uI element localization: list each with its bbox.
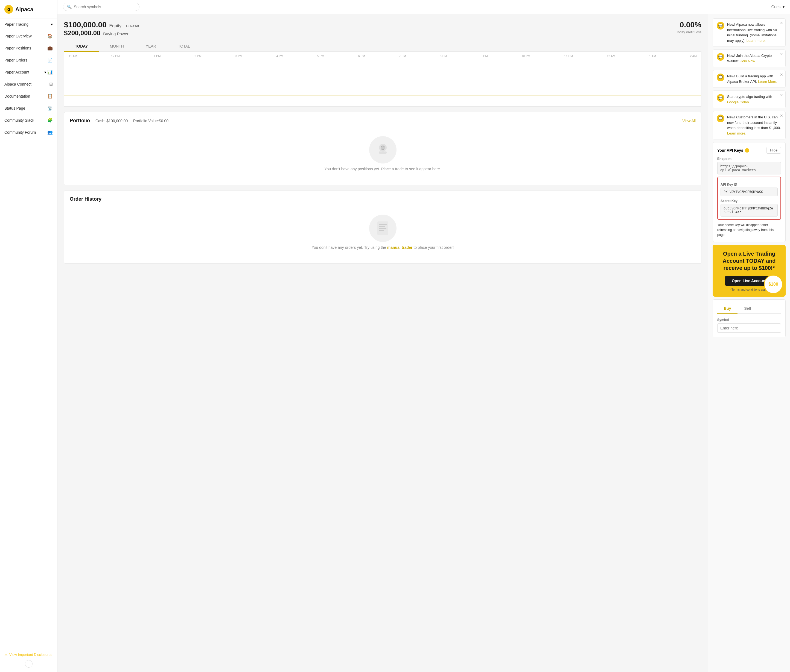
notification-5: 💬 New! Customers in the U.S. can now fun…	[713, 111, 786, 139]
order-history-empty-icon	[369, 214, 396, 242]
secret-key-label: Secret Key	[721, 199, 778, 203]
notification-2: 💬 New! Join the Alpaca Crypto Waitlist. …	[713, 50, 786, 67]
docs-icon: 📋	[47, 93, 53, 99]
sidebar-item-community-forum[interactable]: Community Forum 👥	[0, 126, 57, 138]
notif-link-3[interactable]: Learn More.	[758, 80, 777, 84]
notif-link-5[interactable]: Learn more.	[727, 131, 746, 135]
order-empty-text-2: to place your first order!	[413, 245, 453, 250]
equity-section: $100,000.00 Equity ↻ Reset $200,000.00 B…	[64, 21, 139, 37]
user-menu[interactable]: Guest ▾	[771, 5, 785, 9]
svg-point-2	[381, 146, 382, 147]
sidebar-item-status-page[interactable]: Status Page 📡	[0, 102, 57, 114]
notif-link-1[interactable]: Learn more.	[747, 38, 766, 43]
svg-rect-4	[379, 152, 387, 154]
secret-key-value: oUc3vOnRc1PPjbMRt3yBBXq2e5P6VlL4ac	[721, 204, 778, 216]
notif-icon-2: 💬	[717, 53, 724, 61]
logo-icon: α	[4, 5, 13, 14]
people-icon: 👥	[47, 130, 53, 135]
center-panel: $100,000.00 Equity ↻ Reset $200,000.00 B…	[58, 14, 708, 672]
reset-label: Reset	[130, 24, 139, 28]
notif-icon-5: 💬	[717, 115, 724, 122]
grid-icon: ⊞	[49, 82, 53, 86]
notification-3: 💬 New! Build a trading app with Alpaca B…	[713, 70, 786, 88]
portfolio-cash: Cash: $100,000.00	[95, 118, 128, 123]
api-keys-label: Your API Keys	[717, 148, 743, 152]
notif-close-4[interactable]: ✕	[780, 93, 783, 97]
reset-button[interactable]: ↻ Reset	[126, 24, 139, 28]
chart-tabs: TODAY MONTH YEAR TOTAL	[64, 41, 702, 52]
sidebar-label-paper-overview: Paper Overview	[4, 34, 32, 38]
notif-close-3[interactable]: ✕	[780, 72, 783, 77]
account-type-label: Paper Trading	[4, 22, 29, 27]
hide-button[interactable]: Hide	[766, 147, 781, 154]
svg-rect-7	[379, 226, 385, 227]
profit-loss-section: 0.00% Today Profit/Loss	[676, 21, 702, 34]
buying-power-label: Buying Power	[103, 32, 128, 36]
sidebar-label-paper-orders: Paper Orders	[4, 58, 27, 62]
sidebar-item-paper-overview[interactable]: Paper Overview 🏠	[0, 30, 57, 42]
order-history-section: Order History You don't have any ord	[64, 190, 702, 264]
portfolio-empty-text: You don't have any positions yet. Place …	[324, 167, 441, 171]
order-history-header: Order History	[70, 196, 695, 202]
notif-link-4[interactable]: Google Colab.	[727, 100, 750, 104]
promo-title: Open a Live Trading Account TODAY and re…	[717, 250, 781, 272]
portfolio-title-area: Portfolio Cash: $100,000.00 Portfolio Va…	[70, 118, 168, 123]
symbol-input[interactable]	[717, 323, 781, 333]
notif-text-1: New! Alpaca now allows international liv…	[727, 22, 782, 43]
portfolio-header: Portfolio Cash: $100,000.00 Portfolio Va…	[70, 118, 695, 123]
manual-trader-link[interactable]: manual trader	[387, 245, 413, 250]
sidebar-label-paper-positions: Paper Positions	[4, 46, 31, 50]
notif-text-3: New! Build a trading app with Alpaca Bro…	[727, 74, 782, 84]
sidebar-item-alpaca-connect[interactable]: Alpaca Connect ⊞	[0, 78, 57, 90]
tab-year[interactable]: YEAR	[135, 41, 167, 52]
sidebar-item-paper-positions[interactable]: Paper Positions 💼	[0, 42, 57, 54]
search-input[interactable]	[74, 5, 135, 9]
document-icon: 📄	[47, 58, 53, 62]
sidebar-label-status-page: Status Page	[4, 106, 25, 110]
api-keys-card: Your API Keys i Hide Endpoint https://pa…	[713, 142, 786, 242]
api-keys-header: Your API Keys i Hide	[717, 147, 781, 154]
buying-power-row: $200,000.00 Buying Power	[64, 29, 139, 37]
tab-total[interactable]: TOTAL	[167, 41, 201, 52]
notif-icon-3: 💬	[717, 74, 724, 81]
portfolio-empty-state: You don't have any positions yet. Place …	[70, 128, 695, 179]
sidebar-item-community-slack[interactable]: Community Slack 🧩	[0, 114, 57, 126]
equity-value: $100,000.00	[64, 21, 107, 29]
sidebar-label-documentation: Documentation	[4, 94, 30, 98]
info-icon: i	[745, 148, 749, 152]
chart-x-axis: 11 AM 12 PM 1 PM 2 PM 3 PM 4 PM 5 PM 6 P…	[64, 52, 701, 60]
tab-buy[interactable]: Buy	[717, 304, 737, 314]
sidebar: α Alpaca Paper Trading ▾ Paper Overview …	[0, 0, 58, 672]
tab-month[interactable]: MONTH	[99, 41, 135, 52]
profit-pct: 0.00%	[676, 21, 702, 29]
trade-tabs: Buy Sell	[717, 304, 781, 314]
api-key-id-value: PKHVDWIVGZMGF5QHYWSG	[721, 187, 778, 196]
promo-badge: $100	[764, 275, 783, 294]
account-type-dropdown[interactable]: Paper Trading ▾	[0, 19, 57, 30]
sidebar-item-paper-orders[interactable]: Paper Orders 📄	[0, 54, 57, 66]
right-panel: 💬 New! Alpaca now allows international l…	[708, 14, 790, 672]
order-empty-text-1: You don't have any orders yet. Try using…	[312, 245, 386, 250]
notif-text-2: New! Join the Alpaca Crypto Waitlist. Jo…	[727, 53, 782, 64]
order-history-title: Order History	[70, 196, 101, 202]
notif-close-5[interactable]: ✕	[780, 114, 783, 118]
sidebar-label-alpaca-connect: Alpaca Connect	[4, 82, 32, 86]
notif-close-2[interactable]: ✕	[780, 52, 783, 56]
tab-today[interactable]: TODAY	[64, 41, 99, 52]
important-disclosures-link[interactable]: ⚠ View Important Disclosures	[4, 653, 53, 657]
disclosures-label: View Important Disclosures	[9, 653, 52, 657]
trade-widget: Buy Sell Symbol	[713, 299, 786, 338]
notif-close-1[interactable]: ✕	[780, 21, 783, 25]
view-all-link[interactable]: View All	[682, 118, 695, 123]
sidebar-label-paper-account: Paper Account	[4, 70, 29, 74]
sidebar-item-paper-account[interactable]: Paper Account ▾ 📊	[0, 66, 57, 78]
order-history-empty-text: You don't have any orders yet. Try using…	[312, 245, 454, 250]
sidebar-collapse-button[interactable]: ←	[25, 660, 32, 668]
svg-point-3	[383, 146, 385, 147]
search-box[interactable]: 🔍	[63, 3, 139, 11]
notif-link-2[interactable]: Join Now.	[740, 59, 756, 63]
briefcase-icon: 💼	[47, 45, 53, 51]
api-keys-highlighted: API Key ID PKHVDWIVGZMGF5QHYWSG Secret K…	[717, 177, 781, 220]
sidebar-item-documentation[interactable]: Documentation 📋	[0, 90, 57, 102]
tab-sell[interactable]: Sell	[737, 304, 758, 314]
